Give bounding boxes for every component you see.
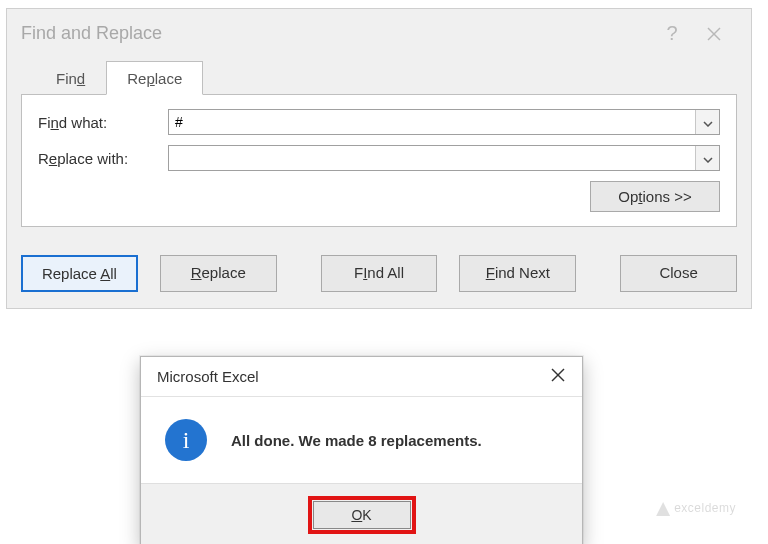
replace-all-button[interactable]: Replace All — [21, 255, 138, 292]
message-titlebar: Microsoft Excel — [141, 357, 582, 397]
message-body: i All done. We made 8 replacements. — [141, 397, 582, 483]
message-footer: OK — [141, 483, 582, 544]
dialog-body: Find Replace Find what: Re — [7, 53, 751, 245]
find-what-label: Find what: — [38, 114, 168, 131]
find-what-row: Find what: — [38, 109, 720, 135]
find-all-button[interactable]: FInd All — [321, 255, 438, 292]
ok-highlight: OK — [308, 496, 416, 534]
watermark: exceldemy — [656, 501, 736, 516]
info-icon: i — [165, 419, 207, 461]
close-icon — [551, 368, 565, 385]
message-close-button[interactable] — [534, 357, 582, 397]
ok-button[interactable]: OK — [313, 501, 411, 529]
message-text: All done. We made 8 replacements. — [231, 432, 482, 449]
tabpanel-replace: Find what: Replace with: — [21, 95, 737, 227]
find-what-dropdown[interactable] — [695, 110, 719, 134]
replace-with-combo — [168, 145, 720, 171]
replace-button[interactable]: Replace — [160, 255, 277, 292]
dialog-title: Find and Replace — [21, 23, 653, 44]
find-what-input[interactable] — [169, 110, 695, 134]
close-button[interactable]: Close — [620, 255, 737, 292]
replace-with-dropdown[interactable] — [695, 146, 719, 170]
replace-with-label: Replace with: — [38, 150, 168, 167]
help-button[interactable]: ? — [653, 22, 691, 45]
watermark-logo-icon — [656, 502, 670, 516]
message-dialog: Microsoft Excel i All done. We made 8 re… — [140, 356, 583, 544]
options-button[interactable]: Options >> — [590, 181, 720, 212]
dialog-footer: Replace All Replace FInd All Find Next C… — [7, 245, 751, 308]
find-next-button[interactable]: Find Next — [459, 255, 576, 292]
tab-replace[interactable]: Replace — [106, 61, 203, 95]
replace-with-input[interactable] — [169, 146, 695, 170]
options-row: Options >> — [38, 181, 720, 212]
find-replace-dialog: Find and Replace ? Find Replace Find wha… — [6, 8, 752, 309]
message-title: Microsoft Excel — [157, 368, 534, 385]
chevron-down-icon — [703, 114, 713, 130]
find-replace-titlebar: Find and Replace ? — [7, 9, 751, 53]
tab-find[interactable]: Find — [35, 61, 106, 95]
chevron-down-icon — [703, 150, 713, 166]
replace-with-row: Replace with: — [38, 145, 720, 171]
tabstrip: Find Replace — [21, 61, 737, 95]
find-what-combo — [168, 109, 720, 135]
close-icon[interactable] — [691, 23, 737, 44]
